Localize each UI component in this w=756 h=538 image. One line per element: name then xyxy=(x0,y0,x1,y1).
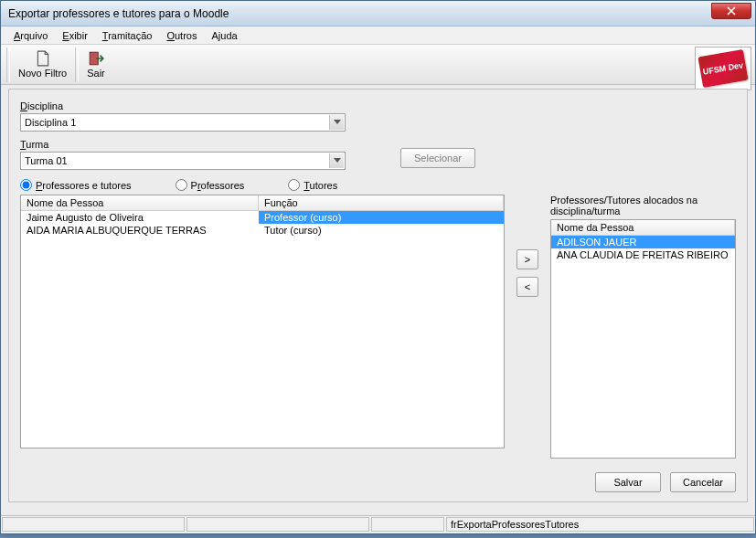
available-listview[interactable]: Nome da Pessoa Função Jaime Augusto de O… xyxy=(20,195,505,448)
salvar-label: Salvar xyxy=(613,477,642,488)
ufsm-dev-logo: UFSM Dev xyxy=(697,49,748,88)
disciplina-combo[interactable]: Disciplina 1 xyxy=(20,113,346,132)
allocated-listview[interactable]: Nome da Pessoa ADILSON JAUER ANA CLAUDIA… xyxy=(550,219,736,459)
selecionar-label: Selecionar xyxy=(414,153,462,164)
radio-tutores[interactable]: Tutores xyxy=(288,179,337,191)
statusbar: frExportaProfessoresTutores xyxy=(1,515,755,533)
col-funcao-header[interactable]: Função xyxy=(259,195,504,210)
menu-tramitacao-rest: ramitação xyxy=(108,30,152,41)
table-row[interactable]: ANA CLAUDIA DE FREITAS RIBEIRO xyxy=(551,248,735,261)
available-list-container: Nome da Pessoa Função Jaime Augusto de O… xyxy=(20,195,505,450)
cancelar-label: Cancelar xyxy=(683,477,723,488)
radio-tutores-input[interactable] xyxy=(288,179,300,191)
cancelar-button[interactable]: Cancelar xyxy=(670,472,736,492)
app-window: Exportar professores e tutores para o Mo… xyxy=(0,0,756,534)
radio-prof-tutores[interactable]: Professores e tutores xyxy=(20,179,132,191)
radio-tutores-label: Tutores xyxy=(303,180,337,191)
status-cell-2 xyxy=(186,517,369,532)
turma-value: Turma 01 xyxy=(25,155,68,166)
titlebar[interactable]: Exportar professores e tutores para o Mo… xyxy=(1,1,755,26)
turma-label: Turma xyxy=(20,139,346,150)
radio-professores[interactable]: Professores xyxy=(176,179,245,191)
window-title: Exportar professores e tutores para o Mo… xyxy=(8,7,229,20)
sair-label: Sair xyxy=(87,68,105,79)
selecionar-button[interactable]: Selecionar xyxy=(400,148,475,168)
action-buttons: Salvar Cancelar xyxy=(595,472,736,492)
col-nome-header[interactable]: Nome da Pessoa xyxy=(551,220,735,235)
radio-prof-tutores-input[interactable] xyxy=(20,179,32,191)
move-right-button[interactable]: > xyxy=(516,249,538,269)
chevron-down-icon xyxy=(329,153,344,168)
table-row[interactable]: Jaime Augusto de Oliveira Professor (cur… xyxy=(21,211,504,224)
chevron-right-icon: > xyxy=(525,254,530,265)
radio-professores-label: Professores xyxy=(191,180,245,191)
status-form-name: frExportaProfessoresTutores xyxy=(446,517,754,532)
chevron-down-icon xyxy=(329,115,344,130)
menubar: Arquivo Exibir Tramitação Outros Ajuda xyxy=(1,26,755,45)
menu-ajuda-pre: A xyxy=(211,30,218,41)
novo-filtro-label: Novo Filtro xyxy=(18,68,67,79)
new-file-icon xyxy=(35,50,51,67)
col-nome-header[interactable]: Nome da Pessoa xyxy=(21,195,259,210)
menu-arquivo[interactable]: Arquivo xyxy=(8,28,53,43)
menu-outros-rest: utros xyxy=(175,30,197,41)
move-left-button[interactable]: < xyxy=(516,277,538,297)
cell-nome: Jaime Augusto de Oliveira xyxy=(21,211,259,224)
content-panel: Disciplina Disciplina 1 Turma Turma 01 S… xyxy=(8,89,748,502)
filter-radios: Professores e tutores Professores Tutore… xyxy=(20,179,736,191)
radio-prof-tutores-label: Professores e tutores xyxy=(36,180,132,191)
status-cell-1 xyxy=(2,517,185,532)
allocated-title: Professores/Tutores alocados na discipli… xyxy=(550,195,736,216)
disciplina-value: Disciplina 1 xyxy=(25,117,76,128)
table-row[interactable]: ADILSON JAUER xyxy=(551,236,735,248)
turma-combo[interactable]: Turma 01 xyxy=(20,152,346,170)
cell-nome: AIDA MARIA ALBUQUERQUE TERRAS xyxy=(21,224,259,237)
toolbar-separator xyxy=(6,47,10,82)
sair-button[interactable]: Sair xyxy=(80,47,112,83)
menu-ajuda-rest: uda xyxy=(220,30,237,41)
novo-filtro-button[interactable]: Novo Filtro xyxy=(12,47,73,83)
cell-nome: ADILSON JAUER xyxy=(551,236,735,248)
cell-funcao: Tutor (curso) xyxy=(259,224,504,237)
menu-outros[interactable]: Outros xyxy=(161,28,202,43)
disciplina-label: Disciplina xyxy=(20,100,736,111)
table-row[interactable]: AIDA MARIA ALBUQUERQUE TERRAS Tutor (cur… xyxy=(21,224,504,237)
close-icon xyxy=(727,6,736,16)
allocated-list-container: Professores/Tutores alocados na discipli… xyxy=(550,195,736,450)
logo-area: UFSM Dev xyxy=(695,47,751,90)
status-cell-3 xyxy=(371,517,444,532)
disciplina-group: Disciplina Disciplina 1 xyxy=(20,100,736,132)
exit-icon xyxy=(88,50,104,67)
move-buttons: > < xyxy=(505,195,550,450)
cell-nome: ANA CLAUDIA DE FREITAS RIBEIRO xyxy=(551,248,735,261)
cell-funcao: Professor (curso) xyxy=(259,211,504,224)
turma-group: Turma Turma 01 xyxy=(20,139,346,170)
lists-area: Nome da Pessoa Função Jaime Augusto de O… xyxy=(20,195,736,450)
menu-exibir[interactable]: Exibir xyxy=(57,28,93,43)
menu-ajuda[interactable]: Ajuda xyxy=(206,28,242,43)
close-button[interactable] xyxy=(711,3,751,19)
radio-professores-input[interactable] xyxy=(176,179,187,191)
toolbar-separator xyxy=(75,47,79,82)
menu-arquivo-rest: rquivo xyxy=(20,30,48,41)
menu-exibir-rest: xibir xyxy=(69,30,88,41)
menu-tramitacao[interactable]: Tramitação xyxy=(97,28,158,43)
chevron-left-icon: < xyxy=(525,281,530,292)
salvar-button[interactable]: Salvar xyxy=(595,472,661,492)
toolbar: Novo Filtro Sair UFSM Dev xyxy=(1,45,755,85)
